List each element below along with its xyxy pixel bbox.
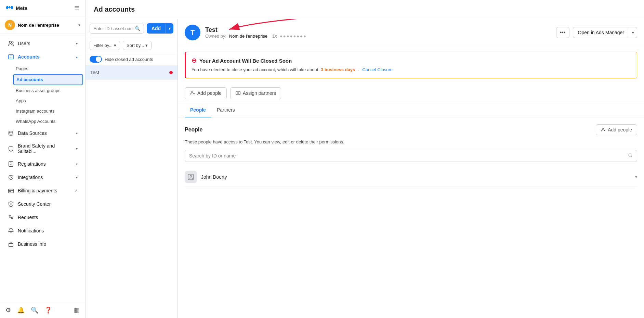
notifications-icon xyxy=(8,227,14,234)
hide-closed-toggle[interactable] xyxy=(90,56,102,63)
accounts-chevron-icon: ▴ xyxy=(76,55,78,59)
svg-point-16 xyxy=(602,128,604,129)
people-search-box[interactable] xyxy=(185,150,637,162)
sidebar-item-security[interactable]: Security Center xyxy=(2,198,83,211)
people-section-title: People xyxy=(185,127,202,133)
add-people-btn-label: Add people xyxy=(197,90,222,96)
hide-closed-label: Hide closed ad accounts xyxy=(105,57,153,62)
accounts-label: Accounts xyxy=(18,54,73,60)
add-label: Add xyxy=(147,23,166,34)
tab-people[interactable]: People xyxy=(185,103,211,117)
search-footer-icon[interactable]: 🔍 xyxy=(31,306,38,314)
open-chevron-icon[interactable]: ▾ xyxy=(629,28,637,37)
business-avatar: N xyxy=(5,20,15,30)
meta-logo-icon xyxy=(5,4,14,12)
sidebar-item-business-asset-groups[interactable]: Business asset groups xyxy=(13,86,83,96)
sidebar-item-users[interactable]: Users ▾ xyxy=(2,37,83,50)
settings-icon[interactable]: ⚙ xyxy=(5,306,11,314)
cancel-closure-link[interactable]: Cancel Closure xyxy=(362,67,393,72)
warning-text-after: . xyxy=(358,67,359,72)
filter-by-button[interactable]: Filter by... ▾ xyxy=(90,41,120,50)
grid-icon[interactable]: ▦ xyxy=(74,306,80,314)
billing-icon xyxy=(8,187,14,194)
assign-partners-button[interactable]: Assign partners xyxy=(230,87,281,99)
tab-partners[interactable]: Partners xyxy=(211,103,240,117)
add-button[interactable]: Add ▾ xyxy=(147,23,173,34)
svg-point-19 xyxy=(190,175,192,177)
notifications-label: Notifications xyxy=(18,228,78,233)
sidebar-item-ad-accounts[interactable]: Ad accounts xyxy=(13,74,83,85)
sidebar-item-pages[interactable]: Pages xyxy=(13,64,83,74)
filter-by-label: Filter by... xyxy=(93,43,113,48)
add-people-icon xyxy=(190,90,195,97)
add-chevron-icon[interactable]: ▾ xyxy=(166,24,173,33)
users-chevron-icon: ▾ xyxy=(76,42,78,46)
open-ads-manager-button[interactable]: Open in Ads Manager ▾ xyxy=(573,27,637,38)
account-detail-name: Test xyxy=(205,26,307,34)
sidebar-item-data-sources[interactable]: Data Sources ▾ xyxy=(2,127,83,140)
integrations-label: Integrations xyxy=(18,175,73,180)
sidebar-item-whatsapp-accounts[interactable]: WhatsApp Accounts xyxy=(13,116,83,126)
assign-partners-icon xyxy=(235,90,241,97)
svg-point-13 xyxy=(191,91,193,92)
meta-text: Meta xyxy=(16,5,27,11)
business-name: Nom de l'entreprise xyxy=(18,23,76,28)
registrations-icon xyxy=(8,161,14,167)
sidebar-item-integrations[interactable]: Integrations ▾ xyxy=(2,171,83,184)
detail-actions: ••• Open in Ads Manager ▾ xyxy=(556,27,637,38)
sidebar-item-brand-safety[interactable]: Brand Safety and Suitabi... ▾ xyxy=(2,140,83,157)
svg-point-9 xyxy=(9,216,11,217)
sidebar: Meta ☰ N Nom de l'entreprise ▾ Users ▾ A… xyxy=(0,0,86,318)
sidebar-item-business-info[interactable]: Business info xyxy=(2,238,83,251)
add-people-section-button[interactable]: Add people xyxy=(596,124,637,135)
sidebar-item-notifications[interactable]: Notifications xyxy=(2,224,83,237)
warning-banner: ⊖ Your Ad Account Will Be Closed Soon Yo… xyxy=(185,52,637,78)
sidebar-item-requests[interactable]: Requests xyxy=(2,211,83,224)
account-owner: Owned by: Nom de l'entreprise ID: ●●●●●●… xyxy=(205,34,307,39)
sidebar-item-accounts[interactable]: Accounts ▴ xyxy=(2,50,83,63)
svg-point-3 xyxy=(9,131,13,133)
account-item-test[interactable]: Test xyxy=(86,66,178,80)
sort-by-button[interactable]: Sort by... ▾ xyxy=(123,41,152,50)
svg-point-8 xyxy=(10,203,12,205)
person-item-john-doerty[interactable]: John Doerty ▾ xyxy=(185,167,637,187)
svg-rect-7 xyxy=(10,191,11,192)
help-icon[interactable]: ❓ xyxy=(44,306,52,314)
sidebar-item-registrations[interactable]: Registrations ▾ xyxy=(2,157,83,170)
business-selector[interactable]: N Nom de l'entreprise ▾ xyxy=(0,16,85,34)
account-detail-avatar: T xyxy=(185,25,200,40)
svg-rect-11 xyxy=(9,243,13,246)
svg-point-17 xyxy=(629,154,631,156)
warning-title: ⊖ Your Ad Account Will Be Closed Soon xyxy=(192,57,631,64)
account-list: Test xyxy=(86,66,178,318)
filter-chevron-icon: ▾ xyxy=(114,43,116,48)
main: Ad accounts 🔍 Add ▾ Filter by... ▾ xyxy=(86,0,644,318)
warning-days: 3 business days xyxy=(321,67,355,72)
sidebar-header: Meta ☰ xyxy=(0,0,85,16)
sidebar-item-billing[interactable]: Billing & payments ↗ xyxy=(2,184,83,197)
sidebar-item-apps[interactable]: Apps xyxy=(13,96,83,106)
search-box[interactable]: 🔍 xyxy=(90,24,144,34)
data-sources-icon xyxy=(8,130,14,137)
people-search-input[interactable] xyxy=(189,153,625,158)
people-section: People Add people These people have acce… xyxy=(178,117,644,194)
action-buttons: Add people Assign partners xyxy=(178,84,644,103)
svg-rect-15 xyxy=(238,91,240,94)
search-input[interactable] xyxy=(93,26,133,31)
sort-chevron-icon: ▾ xyxy=(145,43,148,48)
registrations-label: Registrations xyxy=(18,161,73,167)
person-name-john-doerty: John Doerty xyxy=(201,174,631,180)
add-people-button[interactable]: Add people xyxy=(185,87,227,99)
business-info-icon xyxy=(8,241,14,247)
page-title: Ad accounts xyxy=(94,5,636,13)
svg-point-1 xyxy=(12,42,13,43)
sidebar-item-instagram-accounts[interactable]: Instagram accounts xyxy=(13,106,83,116)
bell-icon[interactable]: 🔔 xyxy=(17,306,25,314)
owned-by-label: Owned by: xyxy=(205,34,226,39)
account-name: Test xyxy=(90,70,99,75)
data-sources-label: Data Sources xyxy=(18,130,73,136)
more-options-button[interactable]: ••• xyxy=(556,27,569,38)
hamburger-icon[interactable]: ☰ xyxy=(74,4,80,12)
warning-icon: ⊖ xyxy=(192,57,197,64)
billing-label: Billing & payments xyxy=(18,188,71,193)
